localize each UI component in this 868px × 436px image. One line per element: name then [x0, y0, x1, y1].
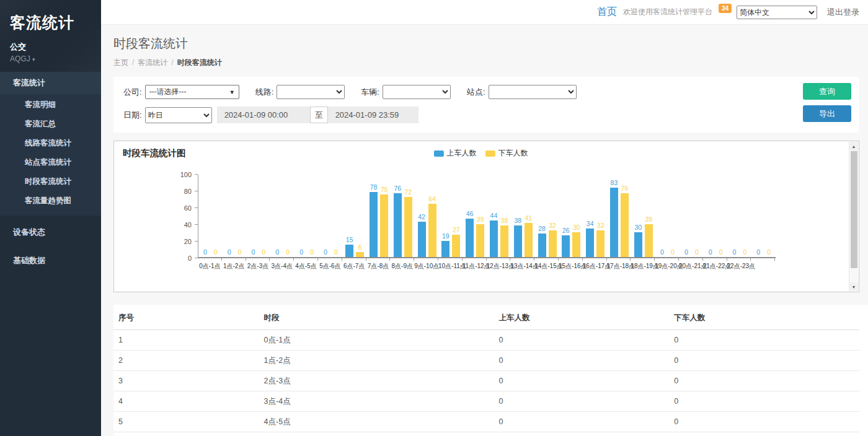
x-tick-mark [534, 258, 559, 261]
topbar: 首页 欢迎使用客流统计管理平台 34 简体中文 退出登录 [101, 0, 868, 25]
table-header-cell: 序号 [113, 305, 259, 330]
sidebar-subitem-时段客流统计[interactable]: 时段客流统计 [0, 172, 101, 191]
query-button[interactable]: 查询 [803, 83, 851, 100]
org-code-dropdown[interactable]: AQGJ ▾ [10, 54, 92, 63]
bar-group: 4438 [487, 173, 512, 257]
sidebar-menu: 客流统计客流明细客流汇总线路客流统计站点客流统计时段客流统计客流量趋势图设备状态… [0, 72, 101, 272]
x-axis-label: 15点-16点 [559, 263, 583, 270]
breadcrumb-home[interactable]: 主页 [113, 58, 128, 67]
date-preset-select[interactable]: 昨日 [145, 107, 212, 123]
station-select[interactable] [489, 85, 577, 99]
legend-label: 上车人数 [446, 148, 476, 159]
bar-group: 8376 [608, 173, 632, 257]
x-axis-label: 12点-13点 [487, 263, 511, 270]
bar-value-label: 41 [525, 215, 532, 222]
bar-value-label: 38 [514, 217, 521, 224]
scroll-down-arrow-icon[interactable]: ▼ [849, 282, 858, 291]
breadcrumb: 主页/客流统计/时段客流统计 [113, 58, 856, 68]
table-cell: 3 [113, 371, 259, 391]
x-axis-label: 10点-11点 [438, 263, 463, 270]
x-tick-mark [318, 258, 342, 261]
x-tick-mark [294, 258, 318, 261]
date-from-input[interactable] [217, 107, 310, 123]
bar-group: 7672 [391, 173, 415, 257]
home-link[interactable]: 首页 [597, 6, 617, 19]
bar-value-label: 46 [466, 211, 474, 217]
sidebar-item-设备状态[interactable]: 设备状态 [0, 220, 101, 244]
y-tick-mark [195, 258, 198, 258]
bar-value-label: 0 [695, 249, 699, 256]
chart-scrollbar[interactable]: ▲ ▼ [849, 142, 858, 291]
x-axis-label: 13点-14点 [510, 263, 534, 270]
table-cell: 0 [669, 432, 859, 436]
x-axis-label: 18点-19点 [631, 263, 655, 270]
table-cell: 0 [494, 330, 670, 351]
language-select[interactable]: 简体中文 [737, 6, 817, 19]
table-cell: 6 [113, 432, 259, 436]
table-cell: 0点-1点 [259, 330, 494, 351]
table-header-cell: 上车人数 [494, 305, 670, 330]
x-axis-label: 21点-22点 [703, 263, 727, 270]
scrollbar-thumb[interactable] [851, 151, 857, 268]
logout-link[interactable]: 退出登录 [827, 7, 859, 18]
bar-value-label: 0 [324, 249, 327, 256]
bar-value-label: 19 [442, 233, 450, 240]
bar-上车人数 [441, 241, 450, 257]
breadcrumb-current: 时段客流统计 [177, 58, 222, 67]
bar-value-label: 34 [587, 220, 594, 227]
sidebar-item-基础数据[interactable]: 基础数据 [0, 249, 101, 272]
company-select[interactable]: ---请选择--- ▼ [145, 85, 239, 99]
export-button[interactable]: 导出 [803, 105, 851, 122]
data-table: 序号时段上车人数下车人数 10点-1点0021点-2点0032点-3点0043点… [113, 305, 859, 436]
x-axis-label: 2点-3点 [246, 263, 270, 270]
x-axis-label: 17点-18点 [607, 263, 631, 270]
bar-上车人数 [610, 188, 618, 257]
page-title: 时段客流统计 [113, 35, 856, 52]
table-row: 10点-1点00 [113, 330, 859, 351]
bar-下车人数 [428, 204, 436, 257]
breadcrumb-section[interactable]: 客流统计 [138, 58, 167, 67]
x-tick-mark [751, 258, 775, 261]
sidebar-subitem-站点客流统计[interactable]: 站点客流统计 [0, 153, 101, 172]
table-cell: 4点-5点 [259, 412, 494, 432]
sidebar-subitem-线路客流统计[interactable]: 线路客流统计 [0, 134, 101, 153]
sidebar-subitem-客流汇总[interactable]: 客流汇总 [0, 115, 101, 134]
line-select[interactable] [277, 85, 345, 99]
bar-value-label: 0 [299, 249, 303, 256]
bar-group: 00 [655, 173, 680, 257]
y-tick-label: 20 [184, 238, 192, 245]
bar-value-label: 0 [238, 249, 242, 256]
bar-value-label: 0 [660, 249, 664, 256]
x-axis-label: 3点-4点 [270, 263, 294, 270]
table-cell: 0 [669, 330, 859, 351]
vehicle-select[interactable] [383, 85, 451, 99]
table-cell: 0 [669, 412, 859, 432]
x-tick-mark [583, 258, 607, 261]
y-tick-label: 60 [184, 204, 192, 212]
bar-上车人数 [586, 229, 594, 257]
bar-group: 00 [319, 173, 343, 257]
bar-上车人数 [394, 193, 402, 257]
legend-swatch-icon [433, 150, 443, 157]
bar-上车人数 [345, 245, 353, 257]
bar-group: 7875 [367, 173, 391, 257]
notification-badge: 34 [719, 4, 732, 13]
bar-value-label: 0 [709, 249, 712, 256]
legend-label: 下车人数 [498, 148, 528, 159]
sidebar-subitem-客流明细[interactable]: 客流明细 [0, 95, 101, 115]
bar-value-label: 30 [634, 224, 642, 231]
legend-item-下车人数[interactable]: 下车人数 [485, 148, 528, 159]
bar-value-label: 0 [286, 249, 290, 256]
y-tick-label: 80 [184, 188, 192, 195]
bar-value-label: 32 [549, 222, 556, 229]
table-cell: 0 [669, 391, 859, 412]
y-tick-label: 100 [180, 171, 192, 178]
scroll-up-arrow-icon[interactable]: ▲ [849, 142, 858, 150]
legend-item-上车人数[interactable]: 上车人数 [433, 148, 476, 159]
x-tick-mark [414, 258, 438, 261]
table-cell: 0 [494, 432, 670, 436]
x-tick-mark [198, 258, 222, 261]
date-to-input[interactable] [328, 107, 418, 123]
sidebar-subitem-客流量趋势图[interactable]: 客流量趋势图 [0, 191, 101, 211]
sidebar-item-客流统计[interactable]: 客流统计 [0, 72, 101, 94]
